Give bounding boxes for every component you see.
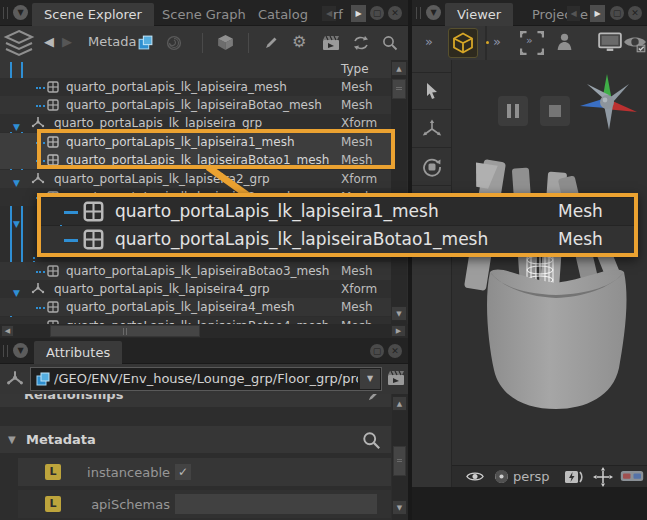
pause-button[interactable] bbox=[498, 96, 528, 126]
visibility-edit-icon[interactable] bbox=[623, 33, 647, 53]
metadata-section-header[interactable]: ▼ Metadata bbox=[0, 426, 391, 453]
field-label: instanceable bbox=[70, 465, 170, 480]
tree-row[interactable]: quarto_portaLapis_lk_lapiseira_mesh Mesh bbox=[0, 78, 391, 96]
tree-row[interactable]: ▼ quarto_portaLapis_lk_lapiseira4_grp Xf… bbox=[0, 280, 391, 298]
callout-row: quarto_portaLapis_lk_lapiseira1_mesh Mes… bbox=[41, 198, 634, 225]
mesh-icon bbox=[47, 81, 59, 93]
maximize-icon[interactable]: ▢ bbox=[610, 6, 624, 20]
panel-drag-handle[interactable] bbox=[3, 345, 8, 357]
clapperboard-icon[interactable] bbox=[322, 35, 340, 51]
tab-catalog[interactable]: Catalog bbox=[246, 3, 320, 26]
clapperboard-icon[interactable] bbox=[387, 370, 405, 386]
selection-mode-button[interactable]: » bbox=[520, 31, 544, 55]
xform-icon bbox=[6, 370, 24, 388]
close-icon[interactable]: ✕ bbox=[388, 344, 402, 358]
tab-attributes[interactable]: Attributes bbox=[34, 341, 122, 364]
maximize-icon[interactable]: ▢ bbox=[370, 344, 384, 358]
tab-scene-graph[interactable]: Scene Graph bbox=[150, 3, 258, 26]
attributes-vscroll-down-button[interactable]: ▼ bbox=[392, 500, 407, 515]
tab-scroll-right-button[interactable]: ▶ bbox=[590, 5, 605, 22]
field-row-instanceable: L instanceable ✓ bbox=[18, 458, 391, 486]
instanceable-checkbox[interactable]: ✓ bbox=[175, 464, 191, 480]
navigation-cross-icon[interactable] bbox=[593, 467, 613, 487]
cursor-icon bbox=[424, 82, 440, 100]
prim-type: Xform bbox=[341, 280, 377, 298]
prim-type: Xform bbox=[341, 170, 377, 188]
tree-row[interactable]: quarto_portaLapis_lk_lapiseira4_mesh Mes… bbox=[0, 298, 391, 316]
mesh-icon bbox=[47, 301, 59, 313]
expand-chevrons-icon[interactable]: » bbox=[493, 34, 499, 49]
tree-hscroll-right-button[interactable]: ▶ bbox=[391, 325, 406, 337]
panel-drag-handle[interactable] bbox=[3, 7, 8, 19]
render-flash-icon[interactable] bbox=[564, 470, 584, 484]
refresh-swirl-icon[interactable] bbox=[166, 35, 182, 51]
viewport-3d[interactable]: persp bbox=[412, 60, 647, 487]
sync-icon[interactable] bbox=[352, 35, 370, 51]
export-box-icon[interactable] bbox=[216, 34, 235, 51]
tree-header-row: Type bbox=[0, 60, 391, 78]
tree-hscroll-left-button[interactable]: ◀ bbox=[1, 325, 14, 337]
tree-vscroll-thumb[interactable] bbox=[392, 79, 406, 99]
collapse-triangle-icon[interactable]: ▼ bbox=[8, 426, 16, 453]
tab-scroll-right-button[interactable]: ▶ bbox=[351, 5, 366, 22]
camera-aperture-icon[interactable] bbox=[494, 469, 509, 484]
select-tool-button[interactable] bbox=[412, 73, 451, 110]
close-icon[interactable]: ✕ bbox=[388, 6, 402, 20]
monitor-icon[interactable] bbox=[598, 32, 622, 52]
edit-pencil-icon[interactable] bbox=[263, 35, 279, 51]
tab-viewer[interactable]: Viewer bbox=[445, 3, 513, 26]
attributes-vscroll-thumb[interactable] bbox=[393, 446, 406, 476]
type-column-header[interactable]: Type bbox=[341, 60, 369, 78]
mesh-icon bbox=[47, 99, 59, 111]
rotate-tool-button[interactable] bbox=[412, 148, 451, 186]
layers-icon[interactable] bbox=[3, 29, 35, 57]
tab-partial[interactable]: rf bbox=[330, 3, 346, 26]
shading-cube-button[interactable] bbox=[448, 28, 478, 58]
maximize-icon[interactable]: ▢ bbox=[370, 6, 384, 20]
chevron-down-icon[interactable]: ▼ bbox=[360, 369, 380, 389]
panel-menu-button[interactable]: ▼ bbox=[426, 5, 441, 20]
axis-gizmo[interactable] bbox=[575, 72, 639, 134]
camera-label[interactable]: persp bbox=[513, 469, 550, 484]
tree-hscroll-thumb[interactable] bbox=[50, 325, 200, 337]
panel-menu-button[interactable]: ▼ bbox=[13, 5, 28, 20]
avatar-icon[interactable] bbox=[556, 32, 573, 51]
tree-vscroll-down-button[interactable]: ▼ bbox=[391, 306, 407, 321]
tab-partial[interactable]: e bbox=[578, 3, 590, 26]
expand-chevrons-icon[interactable]: » bbox=[425, 34, 431, 49]
relationships-section-header[interactable]: Relationships bbox=[0, 394, 391, 407]
layer-badge-icon: L bbox=[45, 496, 61, 512]
tree-vscroll-track[interactable] bbox=[391, 60, 407, 324]
close-icon[interactable]: ✕ bbox=[628, 6, 642, 20]
tree-expander-icon[interactable]: ▼ bbox=[13, 219, 20, 229]
api-schemas-input[interactable] bbox=[175, 494, 377, 514]
edit-pencil-icon[interactable] bbox=[366, 394, 381, 403]
tree-row[interactable]: ▼ quarto_portaLapis_lk_lapiseira2_grp Xf… bbox=[0, 170, 391, 188]
tab-scene-explorer[interactable]: Scene Explorer bbox=[32, 3, 154, 26]
callout-zoom-box: quarto_portaLapis_lk_lapiseira1_mesh Mes… bbox=[37, 193, 638, 257]
attributes-vscroll-up-button[interactable]: ▲ bbox=[392, 396, 407, 411]
xform-icon bbox=[31, 282, 45, 296]
tree-vscroll-up-button[interactable]: ▲ bbox=[391, 61, 407, 76]
panel-drag-handle[interactable] bbox=[416, 7, 421, 19]
prim-type: Mesh bbox=[341, 96, 373, 114]
stop-button[interactable] bbox=[540, 96, 570, 126]
breadcrumb[interactable]: Metada bbox=[88, 34, 137, 49]
stereo-glasses-icon[interactable] bbox=[620, 470, 644, 482]
eye-icon[interactable] bbox=[466, 470, 484, 483]
move-tool-button[interactable] bbox=[412, 110, 451, 148]
panel-menu-button[interactable]: ▼ bbox=[13, 343, 28, 358]
prim-stack-icon bbox=[35, 371, 51, 387]
search-icon[interactable] bbox=[382, 35, 398, 51]
prim-path-combobox[interactable]: /GEO/ENV/Env_house/Lounge_grp/Floor_grp/… bbox=[30, 367, 382, 391]
tree-row[interactable]: quarto_portaLapis_lk_lapiseiraBotao3_mes… bbox=[0, 262, 391, 280]
prim-stack-icon[interactable] bbox=[137, 34, 154, 51]
back-button[interactable]: ◀ bbox=[44, 34, 54, 49]
viewport-status-bar: persp bbox=[452, 465, 647, 487]
attributes-toolbar: /GEO/ENV/Env_house/Lounge_grp/Floor_grp/… bbox=[0, 364, 408, 394]
viewport-tool-column bbox=[412, 60, 452, 487]
search-icon[interactable] bbox=[362, 431, 381, 450]
forward-button[interactable]: ▶ bbox=[62, 34, 72, 49]
tree-row[interactable]: quarto_portaLapis_lk_lapiseiraBotao_mesh… bbox=[0, 96, 391, 114]
gear-icon[interactable]: ⚙ bbox=[292, 32, 306, 51]
